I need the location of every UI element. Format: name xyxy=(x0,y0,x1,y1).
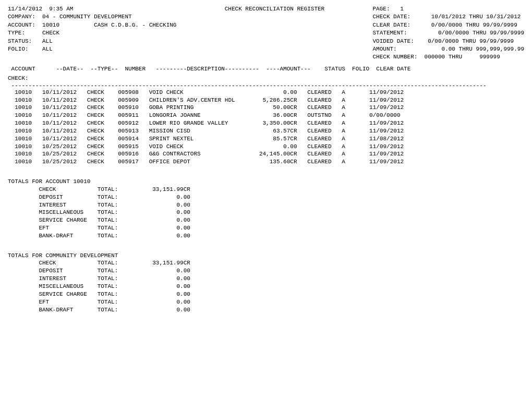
table-row: 10010 10/11/2012 CHECK 005908 VOID CHECK… xyxy=(8,89,524,96)
report-header: 11/14/2012 9:35 AM COMPANY: 04 - COMMUNI… xyxy=(8,5,524,62)
table-row: 10010 10/11/2012 CHECK 005911 LONGORIA J… xyxy=(8,112,524,119)
column-headers: ACCOUNT --DATE-- --TYPE-- NUMBER -------… xyxy=(8,66,524,72)
section-check: CHECK: xyxy=(8,75,524,81)
report-container: 11/14/2012 9:35 AM COMPANY: 04 - COMMUNI… xyxy=(8,5,524,411)
header-right: PAGE: 1 CHECK DATE: 10/01/2012 THRU 10/3… xyxy=(373,5,524,62)
data-rows: 10010 10/11/2012 CHECK 005908 VOID CHECK… xyxy=(8,89,524,166)
voided-date-line: VOIDED DATE: 0/00/0000 THRU 99/99/9999 xyxy=(373,38,514,44)
folio: FOLIO: ALL xyxy=(8,46,53,52)
header-left: 11/14/2012 9:35 AM COMPANY: 04 - COMMUNI… xyxy=(8,5,176,62)
table-row: 10010 10/11/2012 CHECK 005910 GOBA PRINT… xyxy=(8,104,524,112)
totals-account-label: TOTALS FOR ACCOUNT 10010 CHECK TOTAL: 33… xyxy=(8,170,524,240)
statement-line: STATEMENT: 0/00/0000 THRU 99/99/9999 xyxy=(373,30,524,36)
amount-line: AMOUNT: 0.00 THRU 999,999,999.99 xyxy=(373,46,524,52)
account: ACCOUNT: 10010 CASH C.D.B.G. - CHECKING xyxy=(8,22,176,28)
totals-community-development: TOTALS FOR COMMUNITY DEVELOPMENT CHECK T… xyxy=(8,244,524,314)
title-text: CHECK RECONCILIATION REGISTER xyxy=(225,6,324,12)
table-row: 10010 10/11/2012 CHECK 005914 SPRINT NEX… xyxy=(8,135,524,143)
check-number-line: CHECK NUMBER: 000000 THRU 999999 xyxy=(373,54,500,60)
datetime: 11/14/2012 9:35 AM xyxy=(8,6,73,12)
table-row: 10010 10/11/2012 CHECK 005912 LOWER RIO … xyxy=(8,119,524,127)
check-date-line: CHECK DATE: 10/01/2012 THRU 10/31/2012 xyxy=(373,14,521,20)
report-title: CHECK RECONCILIATION REGISTER xyxy=(176,5,372,62)
table-row: 10010 10/25/2012 CHECK 005917 OFFICE DEP… xyxy=(8,158,524,166)
status: STATUS: ALL xyxy=(8,38,53,44)
table-row: 10010 10/11/2012 CHECK 005913 MISSION CI… xyxy=(8,127,524,135)
section-divider: ----------------------------------------… xyxy=(8,82,524,89)
page: PAGE: 1 xyxy=(373,6,404,12)
table-row: 10010 10/11/2012 CHECK 005909 CHILDREN'S… xyxy=(8,96,524,104)
table-row: 10010 10/25/2012 CHECK 005916 G&G CONTRA… xyxy=(8,150,524,158)
clear-date-line: CLEAR DATE: 0/00/0000 THRU 99/99/9999 xyxy=(373,22,517,28)
table-row: 10010 10/25/2012 CHECK 005915 VOID CHECK… xyxy=(8,143,524,151)
totals-account: TOTALS FOR ACCOUNT 10010 CHECK TOTAL: 33… xyxy=(8,170,524,240)
company: COMPANY: 04 - COMMUNITY DEVELOPMENT xyxy=(8,14,132,20)
totals-community-label: TOTALS FOR COMMUNITY DEVELOPMENT CHECK T… xyxy=(8,244,524,314)
type: TYPE: CHECK xyxy=(8,30,59,36)
